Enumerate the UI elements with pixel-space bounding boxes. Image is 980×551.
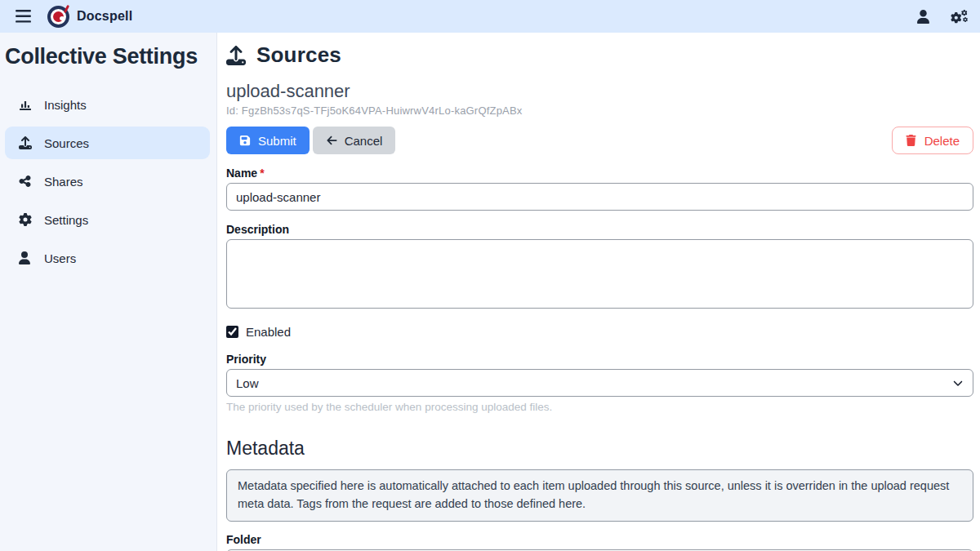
upload-icon: [226, 46, 246, 65]
docspell-logo-icon: [47, 6, 69, 28]
toolbar: Submit Cancel Delete: [226, 127, 973, 154]
top-navbar: Docspell: [0, 0, 980, 33]
sidebar-item-label: Insights: [44, 98, 87, 112]
chart-bar-icon: [19, 98, 32, 111]
account-button[interactable]: [917, 10, 929, 24]
processing-jobs-button[interactable]: [951, 9, 969, 24]
name-input[interactable]: [226, 183, 973, 211]
metadata-note: Metadata specified here is automatically…: [226, 469, 973, 522]
arrow-left-icon: [326, 135, 337, 146]
cancel-button[interactable]: Cancel: [313, 127, 396, 154]
app-title: Docspell: [77, 9, 132, 24]
sidebar: Collective Settings Insights Sources Sha…: [0, 33, 217, 551]
sidebar-item-label: Shares: [44, 175, 83, 189]
metadata-section-title: Metadata: [226, 438, 973, 460]
page-header: Sources: [226, 42, 973, 68]
sidebar-item-label: Sources: [44, 136, 89, 150]
app-brand[interactable]: Docspell: [47, 6, 132, 28]
sidebar-item-users[interactable]: Users: [5, 242, 210, 274]
description-textarea[interactable]: [226, 239, 973, 309]
source-id: Id: FgzBh53s7qS-TFj5oK64VPA-HuiwrwV4rLo-…: [226, 104, 973, 117]
sidebar-item-label: Settings: [44, 213, 88, 227]
delete-button[interactable]: Delete: [892, 127, 973, 154]
enabled-checkbox[interactable]: [226, 326, 238, 338]
user-icon: [19, 251, 32, 264]
priority-label: Priority: [226, 353, 973, 366]
source-name-heading: upload-scanner: [226, 81, 973, 102]
sidebar-item-label: Users: [44, 251, 76, 265]
folder-label: Folder: [226, 533, 973, 546]
priority-help-text: The priority used by the scheduler when …: [226, 401, 973, 413]
gears-icon: [951, 9, 969, 24]
sidebar-item-insights[interactable]: Insights: [5, 88, 210, 121]
enabled-field: Enabled: [226, 325, 973, 339]
upload-icon: [19, 136, 32, 149]
name-label: Name*: [226, 167, 973, 180]
menu-toggle-button[interactable]: [11, 5, 34, 28]
page-title: Sources: [256, 42, 341, 68]
user-icon: [917, 10, 929, 24]
main-content: Sources upload-scanner Id: FgzBh53s7qS-T…: [218, 33, 980, 551]
sidebar-item-shares[interactable]: Shares: [5, 165, 210, 198]
gear-icon: [19, 213, 32, 226]
trash-icon: [906, 135, 917, 146]
description-label: Description: [226, 223, 973, 236]
sidebar-item-sources[interactable]: Sources: [5, 127, 210, 159]
sidebar-item-settings[interactable]: Settings: [5, 203, 210, 236]
save-icon: [239, 135, 251, 146]
share-icon: [19, 175, 32, 188]
enabled-label: Enabled: [246, 325, 291, 339]
sidebar-title: Collective Settings: [5, 44, 210, 69]
priority-select[interactable]: Low: [226, 369, 973, 397]
hamburger-icon: [16, 10, 31, 23]
required-asterisk: *: [260, 167, 264, 180]
submit-button[interactable]: Submit: [226, 127, 310, 154]
